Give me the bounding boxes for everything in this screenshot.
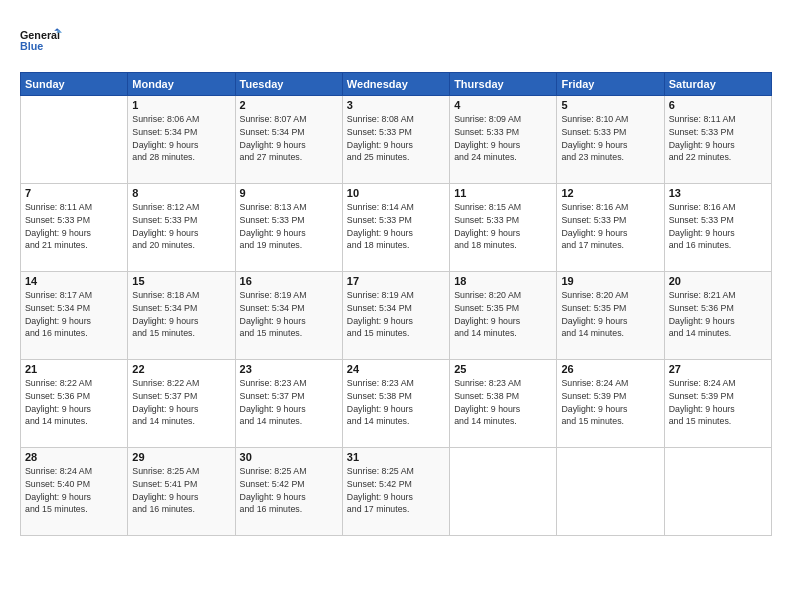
day-number: 7 xyxy=(25,187,123,199)
day-cell: 2Sunrise: 8:07 AMSunset: 5:34 PMDaylight… xyxy=(235,96,342,184)
day-detail: Sunrise: 8:07 AMSunset: 5:34 PMDaylight:… xyxy=(240,113,338,164)
day-cell: 15Sunrise: 8:18 AMSunset: 5:34 PMDayligh… xyxy=(128,272,235,360)
day-detail: Sunrise: 8:21 AMSunset: 5:36 PMDaylight:… xyxy=(669,289,767,340)
logo: General Blue xyxy=(20,18,64,62)
day-number: 19 xyxy=(561,275,659,287)
day-cell: 21Sunrise: 8:22 AMSunset: 5:36 PMDayligh… xyxy=(21,360,128,448)
day-cell: 1Sunrise: 8:06 AMSunset: 5:34 PMDaylight… xyxy=(128,96,235,184)
day-detail: Sunrise: 8:22 AMSunset: 5:36 PMDaylight:… xyxy=(25,377,123,428)
day-number: 8 xyxy=(132,187,230,199)
day-number: 25 xyxy=(454,363,552,375)
day-number: 28 xyxy=(25,451,123,463)
day-cell: 4Sunrise: 8:09 AMSunset: 5:33 PMDaylight… xyxy=(450,96,557,184)
day-number: 24 xyxy=(347,363,445,375)
day-cell: 30Sunrise: 8:25 AMSunset: 5:42 PMDayligh… xyxy=(235,448,342,536)
day-detail: Sunrise: 8:18 AMSunset: 5:34 PMDaylight:… xyxy=(132,289,230,340)
day-number: 17 xyxy=(347,275,445,287)
logo-svg: General Blue xyxy=(20,18,64,62)
svg-text:General: General xyxy=(20,29,60,41)
day-cell: 20Sunrise: 8:21 AMSunset: 5:36 PMDayligh… xyxy=(664,272,771,360)
header-row: SundayMondayTuesdayWednesdayThursdayFrid… xyxy=(21,73,772,96)
day-detail: Sunrise: 8:25 AMSunset: 5:41 PMDaylight:… xyxy=(132,465,230,516)
day-detail: Sunrise: 8:06 AMSunset: 5:34 PMDaylight:… xyxy=(132,113,230,164)
day-number: 13 xyxy=(669,187,767,199)
day-number: 4 xyxy=(454,99,552,111)
header-wednesday: Wednesday xyxy=(342,73,449,96)
day-cell: 24Sunrise: 8:23 AMSunset: 5:38 PMDayligh… xyxy=(342,360,449,448)
day-cell: 25Sunrise: 8:23 AMSunset: 5:38 PMDayligh… xyxy=(450,360,557,448)
day-number: 29 xyxy=(132,451,230,463)
day-detail: Sunrise: 8:20 AMSunset: 5:35 PMDaylight:… xyxy=(561,289,659,340)
day-cell: 17Sunrise: 8:19 AMSunset: 5:34 PMDayligh… xyxy=(342,272,449,360)
day-cell: 16Sunrise: 8:19 AMSunset: 5:34 PMDayligh… xyxy=(235,272,342,360)
day-number: 14 xyxy=(25,275,123,287)
day-number: 12 xyxy=(561,187,659,199)
day-number: 1 xyxy=(132,99,230,111)
day-cell: 7Sunrise: 8:11 AMSunset: 5:33 PMDaylight… xyxy=(21,184,128,272)
day-number: 21 xyxy=(25,363,123,375)
day-detail: Sunrise: 8:22 AMSunset: 5:37 PMDaylight:… xyxy=(132,377,230,428)
day-cell xyxy=(450,448,557,536)
day-number: 20 xyxy=(669,275,767,287)
day-detail: Sunrise: 8:11 AMSunset: 5:33 PMDaylight:… xyxy=(25,201,123,252)
day-cell: 12Sunrise: 8:16 AMSunset: 5:33 PMDayligh… xyxy=(557,184,664,272)
week-row-1: 1Sunrise: 8:06 AMSunset: 5:34 PMDaylight… xyxy=(21,96,772,184)
day-number: 5 xyxy=(561,99,659,111)
day-detail: Sunrise: 8:19 AMSunset: 5:34 PMDaylight:… xyxy=(347,289,445,340)
day-cell: 27Sunrise: 8:24 AMSunset: 5:39 PMDayligh… xyxy=(664,360,771,448)
svg-text:Blue: Blue xyxy=(20,40,43,52)
day-detail: Sunrise: 8:23 AMSunset: 5:38 PMDaylight:… xyxy=(347,377,445,428)
day-cell: 19Sunrise: 8:20 AMSunset: 5:35 PMDayligh… xyxy=(557,272,664,360)
day-number: 11 xyxy=(454,187,552,199)
day-detail: Sunrise: 8:15 AMSunset: 5:33 PMDaylight:… xyxy=(454,201,552,252)
day-cell: 22Sunrise: 8:22 AMSunset: 5:37 PMDayligh… xyxy=(128,360,235,448)
day-cell: 26Sunrise: 8:24 AMSunset: 5:39 PMDayligh… xyxy=(557,360,664,448)
day-cell: 23Sunrise: 8:23 AMSunset: 5:37 PMDayligh… xyxy=(235,360,342,448)
day-number: 16 xyxy=(240,275,338,287)
day-cell: 9Sunrise: 8:13 AMSunset: 5:33 PMDaylight… xyxy=(235,184,342,272)
day-number: 30 xyxy=(240,451,338,463)
week-row-4: 21Sunrise: 8:22 AMSunset: 5:36 PMDayligh… xyxy=(21,360,772,448)
day-detail: Sunrise: 8:23 AMSunset: 5:37 PMDaylight:… xyxy=(240,377,338,428)
day-cell: 11Sunrise: 8:15 AMSunset: 5:33 PMDayligh… xyxy=(450,184,557,272)
calendar-table: SundayMondayTuesdayWednesdayThursdayFrid… xyxy=(20,72,772,536)
day-detail: Sunrise: 8:25 AMSunset: 5:42 PMDaylight:… xyxy=(347,465,445,516)
day-cell: 5Sunrise: 8:10 AMSunset: 5:33 PMDaylight… xyxy=(557,96,664,184)
day-cell xyxy=(21,96,128,184)
week-row-5: 28Sunrise: 8:24 AMSunset: 5:40 PMDayligh… xyxy=(21,448,772,536)
header-monday: Monday xyxy=(128,73,235,96)
day-number: 22 xyxy=(132,363,230,375)
day-detail: Sunrise: 8:11 AMSunset: 5:33 PMDaylight:… xyxy=(669,113,767,164)
day-cell: 8Sunrise: 8:12 AMSunset: 5:33 PMDaylight… xyxy=(128,184,235,272)
day-detail: Sunrise: 8:23 AMSunset: 5:38 PMDaylight:… xyxy=(454,377,552,428)
day-detail: Sunrise: 8:09 AMSunset: 5:33 PMDaylight:… xyxy=(454,113,552,164)
day-number: 3 xyxy=(347,99,445,111)
header-saturday: Saturday xyxy=(664,73,771,96)
day-detail: Sunrise: 8:12 AMSunset: 5:33 PMDaylight:… xyxy=(132,201,230,252)
day-cell: 3Sunrise: 8:08 AMSunset: 5:33 PMDaylight… xyxy=(342,96,449,184)
day-cell: 31Sunrise: 8:25 AMSunset: 5:42 PMDayligh… xyxy=(342,448,449,536)
header: General Blue xyxy=(20,18,772,62)
day-detail: Sunrise: 8:08 AMSunset: 5:33 PMDaylight:… xyxy=(347,113,445,164)
day-cell: 13Sunrise: 8:16 AMSunset: 5:33 PMDayligh… xyxy=(664,184,771,272)
day-detail: Sunrise: 8:24 AMSunset: 5:39 PMDaylight:… xyxy=(561,377,659,428)
day-number: 15 xyxy=(132,275,230,287)
day-number: 23 xyxy=(240,363,338,375)
day-number: 9 xyxy=(240,187,338,199)
day-cell: 29Sunrise: 8:25 AMSunset: 5:41 PMDayligh… xyxy=(128,448,235,536)
day-detail: Sunrise: 8:24 AMSunset: 5:40 PMDaylight:… xyxy=(25,465,123,516)
day-detail: Sunrise: 8:14 AMSunset: 5:33 PMDaylight:… xyxy=(347,201,445,252)
day-cell: 14Sunrise: 8:17 AMSunset: 5:34 PMDayligh… xyxy=(21,272,128,360)
header-sunday: Sunday xyxy=(21,73,128,96)
day-cell: 18Sunrise: 8:20 AMSunset: 5:35 PMDayligh… xyxy=(450,272,557,360)
day-detail: Sunrise: 8:10 AMSunset: 5:33 PMDaylight:… xyxy=(561,113,659,164)
header-tuesday: Tuesday xyxy=(235,73,342,96)
day-detail: Sunrise: 8:19 AMSunset: 5:34 PMDaylight:… xyxy=(240,289,338,340)
day-cell: 28Sunrise: 8:24 AMSunset: 5:40 PMDayligh… xyxy=(21,448,128,536)
day-number: 26 xyxy=(561,363,659,375)
header-thursday: Thursday xyxy=(450,73,557,96)
day-cell xyxy=(664,448,771,536)
day-detail: Sunrise: 8:16 AMSunset: 5:33 PMDaylight:… xyxy=(669,201,767,252)
day-number: 18 xyxy=(454,275,552,287)
day-detail: Sunrise: 8:17 AMSunset: 5:34 PMDaylight:… xyxy=(25,289,123,340)
